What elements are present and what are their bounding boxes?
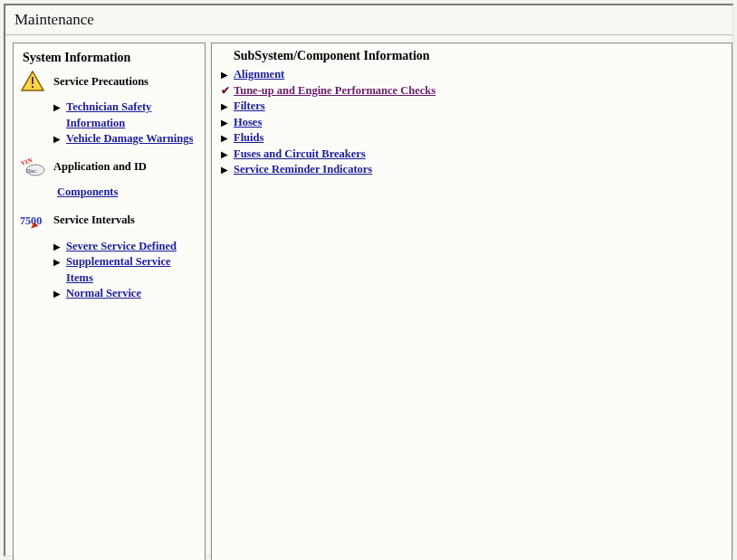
sidebar-link-row: ▶ Vehicle Damage Warnings bbox=[53, 131, 199, 147]
subsystem-link-hoses[interactable]: Hoses bbox=[234, 115, 262, 131]
subsystem-row: ▶ Filters bbox=[221, 99, 726, 115]
arrow-icon: ▶ bbox=[221, 132, 230, 145]
service-interval-icon: 7500 bbox=[19, 208, 46, 233]
subsystem-row: ▶ Fluids bbox=[221, 130, 726, 147]
page-title: Maintenance bbox=[5, 5, 732, 35]
sidebar-links-intervals: ▶ Severe Service Defined ▶ Supplemental … bbox=[53, 239, 199, 302]
sidebar-category-application-id[interactable]: VIN Disc. Application and ID bbox=[19, 155, 199, 180]
subsystem-link-alignment[interactable]: Alignment bbox=[234, 67, 284, 83]
sidebar-link-components[interactable]: Components bbox=[57, 185, 118, 198]
arrow-icon: ▶ bbox=[221, 69, 230, 81]
content-columns: System Information Service Precautions ▶… bbox=[5, 35, 732, 555]
checkmark-icon: ✔ bbox=[221, 83, 230, 99]
sidebar-link-severe-service[interactable]: Severe Service Defined bbox=[66, 239, 177, 255]
arrow-icon: ▶ bbox=[221, 148, 230, 161]
svg-text:Disc.: Disc. bbox=[26, 168, 38, 174]
svg-rect-1 bbox=[32, 77, 34, 84]
sidebar-link-row: ▶ Normal Service bbox=[53, 286, 199, 302]
sidebar-category-service-intervals[interactable]: 7500 Service Intervals bbox=[19, 208, 199, 233]
sidebar-category-label: Service Intervals bbox=[53, 214, 135, 227]
subsystem-link-reminder[interactable]: Service Reminder Indicators bbox=[234, 162, 372, 178]
sidebar-link-row: Components bbox=[57, 185, 199, 199]
sidebar-link-normal-service[interactable]: Normal Service bbox=[66, 286, 141, 302]
vin-disc-icon: VIN Disc. bbox=[19, 155, 46, 180]
sidebar-category-label: Service Precautions bbox=[53, 75, 148, 89]
sidebar-heading: System Information bbox=[23, 51, 199, 65]
subsystem-list: ▶ Alignment ✔ Tune-up and Engine Perform… bbox=[221, 67, 726, 178]
sidebar-link-vehicle-damage[interactable]: Vehicle Damage Warnings bbox=[66, 131, 193, 147]
sidebar-link-row: ▶ Severe Service Defined bbox=[53, 239, 199, 255]
svg-rect-2 bbox=[32, 86, 34, 88]
subsystem-link-filters[interactable]: Filters bbox=[234, 99, 265, 115]
sidebar-link-row: ▶ Supplemental Service Items bbox=[53, 254, 199, 286]
svg-text:7500: 7500 bbox=[20, 214, 42, 226]
arrow-icon: ▶ bbox=[221, 164, 230, 176]
subsystem-link-tuneup[interactable]: Tune-up and Engine Performance Checks bbox=[234, 83, 436, 100]
arrow-icon: ▶ bbox=[53, 241, 62, 253]
subsystem-link-fuses[interactable]: Fuses and Circuit Breakers bbox=[234, 147, 366, 163]
warning-icon bbox=[19, 69, 46, 94]
app-window: Maintenance System Information Service P… bbox=[4, 4, 733, 556]
sidebar-category-label: Application and ID bbox=[53, 160, 147, 174]
sidebar-panel: System Information Service Precautions ▶… bbox=[13, 43, 206, 560]
sidebar-category-service-precautions[interactable]: Service Precautions bbox=[19, 69, 199, 94]
arrow-icon: ▶ bbox=[221, 100, 230, 113]
arrow-icon: ▶ bbox=[53, 133, 62, 146]
sidebar-links-precautions: ▶ Technician Safety Information ▶ Vehicl… bbox=[53, 100, 199, 147]
subsystem-row: ▶ Fuses and Circuit Breakers bbox=[221, 147, 726, 163]
arrow-icon: ▶ bbox=[221, 117, 230, 129]
arrow-icon: ▶ bbox=[53, 256, 62, 269]
subsystem-row: ▶ Alignment bbox=[221, 67, 726, 83]
arrow-icon: ▶ bbox=[53, 101, 62, 114]
sidebar-link-supplemental-items[interactable]: Supplemental Service Items bbox=[66, 254, 199, 286]
arrow-icon: ▶ bbox=[53, 288, 62, 300]
subsystem-link-fluids[interactable]: Fluids bbox=[234, 130, 263, 147]
subsystem-row: ▶ Hoses bbox=[221, 115, 726, 131]
subsystem-row: ▶ Service Reminder Indicators bbox=[221, 162, 726, 178]
main-heading: SubSystem/Component Information bbox=[234, 49, 726, 63]
main-panel: SubSystem/Component Information ▶ Alignm… bbox=[211, 43, 732, 560]
sidebar-link-technician-safety[interactable]: Technician Safety Information bbox=[66, 100, 199, 131]
subsystem-row: ✔ Tune-up and Engine Performance Checks bbox=[221, 83, 726, 100]
sidebar-link-row: ▶ Technician Safety Information bbox=[53, 100, 199, 131]
